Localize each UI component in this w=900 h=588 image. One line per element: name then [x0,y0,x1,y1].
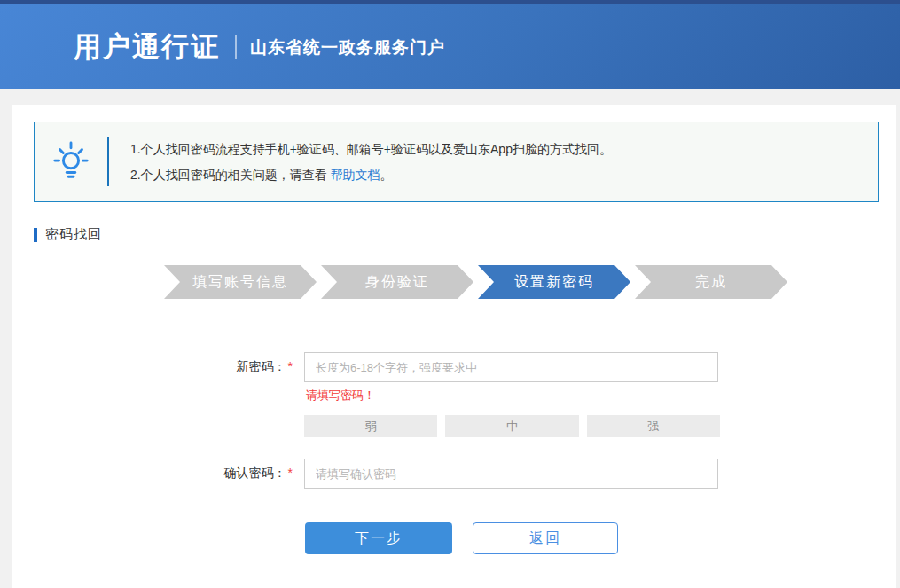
help-doc-link[interactable]: 帮助文档 [331,168,380,182]
step-complete: 完成 [635,265,787,299]
step-fill-account-info: 填写账号信息 [164,265,317,299]
back-button[interactable]: 返回 [473,522,618,554]
confirm-password-row: 确认密码：* [12,459,896,489]
confirm-password-label: 确认密码：* [12,466,293,482]
confirm-password-label-text: 确认密码： [224,466,286,480]
brand-title: 用户通行证 [74,28,220,66]
header-divider [235,35,237,59]
notice-line-1: 1.个人找回密码流程支持手机+验证码、邮箱号+验证码以及爱山东App扫脸的方式找… [130,137,612,162]
confirm-password-input[interactable] [304,459,718,489]
required-asterisk: * [288,466,293,480]
strength-weak: 弱 [304,415,437,437]
section-title: 密码找回 [34,226,896,243]
password-strength-meter: 弱 中 强 [304,415,720,437]
new-password-input[interactable] [304,352,718,382]
new-password-label: 新密码：* [12,359,293,375]
new-password-row: 新密码：* [12,352,896,382]
password-form: 新密码：* 请填写密码！ 弱 中 强 确认密码：* 下一步 返回 [12,352,896,554]
strength-strong: 强 [587,415,720,437]
main-card: 1.个人找回密码流程支持手机+验证码、邮箱号+验证码以及爱山东App扫脸的方式找… [12,105,896,588]
form-actions: 下一步 返回 [305,522,896,554]
notice-line-2-suffix: 。 [380,168,393,182]
required-asterisk: * [288,359,293,373]
notice-box: 1.个人找回密码流程支持手机+验证码、邮箱号+验证码以及爱山东App扫脸的方式找… [34,122,879,202]
title-accent-bar [34,228,37,242]
tip-lightbulb-icon [35,140,107,184]
portal-title: 山东省统一政务服务门户 [250,35,445,59]
strength-medium: 中 [445,415,578,437]
notice-text: 1.个人找回密码流程支持手机+验证码、邮箱号+验证码以及爱山东App扫脸的方式找… [109,137,612,188]
step-identity-verify: 身份验证 [321,265,473,299]
password-error-message: 请填写密码！ [306,388,896,404]
step-set-new-password: 设置新密码 [478,265,630,299]
next-step-button[interactable]: 下一步 [305,522,452,554]
notice-line-2-text: 2.个人找回密码的相关问题，请查看 [130,168,331,182]
step-indicator: 填写账号信息 身份验证 设置新密码 完成 [164,265,787,299]
page-header: 用户通行证 山东省统一政务服务门户 [0,4,900,89]
notice-line-2: 2.个人找回密码的相关问题，请查看 帮助文档。 [130,162,612,188]
section-title-label: 密码找回 [45,226,102,243]
new-password-label-text: 新密码： [237,359,286,373]
